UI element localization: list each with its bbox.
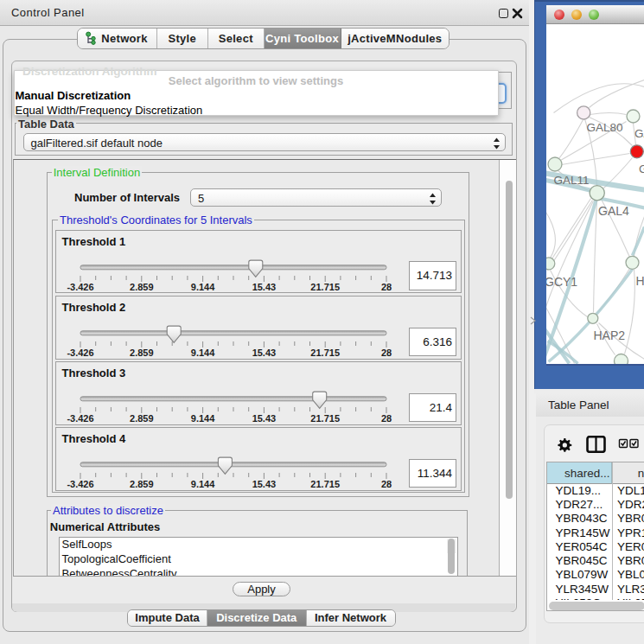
svg-text:15.43: 15.43 [252, 413, 276, 424]
svg-text:15.43: 15.43 [252, 281, 276, 291]
svg-text:2.859: 2.859 [130, 479, 154, 489]
svg-text:-3.426: -3.426 [67, 479, 93, 489]
svg-text:GCY1: GCY1 [546, 275, 577, 289]
svg-text:GAL11: GAL11 [553, 173, 589, 186]
svg-text:9.144: 9.144 [190, 281, 214, 291]
svg-text:28: 28 [380, 413, 391, 424]
svg-text:GAL80: GAL80 [586, 120, 622, 133]
svg-text:G: G [639, 162, 644, 175]
svg-text:28: 28 [380, 479, 391, 489]
svg-text:21.715: 21.715 [310, 281, 340, 291]
svg-text:28: 28 [380, 348, 391, 358]
svg-text:15.43: 15.43 [252, 479, 276, 489]
svg-text:2.859: 2.859 [130, 281, 154, 291]
svg-text:21.715: 21.715 [310, 348, 340, 358]
svg-text:2.859: 2.859 [130, 413, 154, 424]
svg-text:-3.426: -3.426 [67, 413, 93, 424]
svg-text:-3.426: -3.426 [67, 281, 93, 291]
svg-text:2.859: 2.859 [130, 348, 154, 358]
svg-text:9.144: 9.144 [190, 413, 214, 424]
svg-text:-3.426: -3.426 [67, 348, 93, 358]
svg-text:HAP2: HAP2 [593, 328, 625, 342]
svg-text:GAL4: GAL4 [598, 204, 629, 218]
svg-text:15.43: 15.43 [252, 348, 276, 358]
svg-text:21.715: 21.715 [310, 479, 340, 489]
svg-text:9.144: 9.144 [190, 479, 214, 489]
svg-text:28: 28 [380, 281, 391, 291]
svg-text:H: H [635, 273, 644, 287]
svg-text:GA: GA [634, 126, 644, 139]
svg-text:21.715: 21.715 [310, 413, 340, 424]
svg-text:9.144: 9.144 [190, 348, 214, 358]
